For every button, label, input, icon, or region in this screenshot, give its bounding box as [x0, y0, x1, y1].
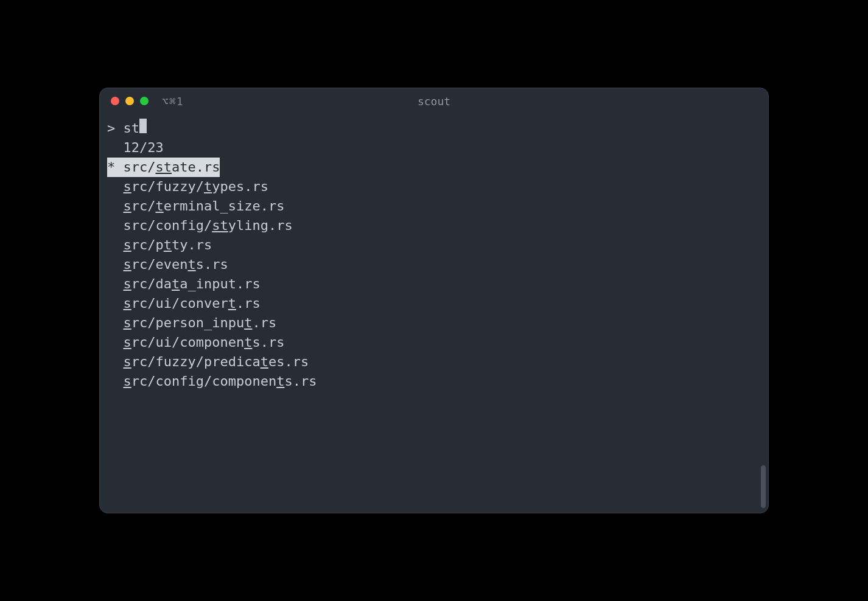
prompt-space [115, 119, 123, 138]
window-shortcut-hint: ⌥⌘1 [162, 95, 184, 108]
window-title: scout [418, 95, 450, 108]
close-button[interactable] [111, 97, 119, 105]
result-text: src/config/styling.rs [123, 216, 292, 235]
search-input[interactable]: st [124, 119, 140, 138]
result-item[interactable]: src/config/styling.rs [100, 216, 768, 235]
result-text: src/ui/convert.rs [123, 294, 260, 313]
result-marker [107, 177, 123, 196]
result-item[interactable]: src/config/components.rs [100, 372, 768, 391]
result-item[interactable]: src/fuzzy/types.rs [100, 177, 768, 196]
result-marker [107, 196, 123, 216]
result-item[interactable]: src/data_input.rs [100, 274, 768, 294]
count-row: 12/23 [100, 138, 768, 158]
result-marker [107, 274, 123, 294]
result-marker [107, 333, 123, 352]
result-marker [107, 294, 123, 313]
result-count: 12/23 [124, 138, 164, 158]
minimize-button[interactable] [125, 97, 134, 105]
result-text: src/terminal_size.rs [123, 196, 284, 216]
result-text: src/fuzzy/predicates.rs [123, 352, 309, 372]
results-list: * src/state.rs src/fuzzy/types.rs src/te… [100, 158, 768, 391]
result-marker [107, 235, 123, 255]
result-item[interactable]: src/fuzzy/predicates.rs [100, 352, 768, 372]
result-text: src/config/components.rs [123, 372, 317, 391]
titlebar: ⌥⌘1 scout [100, 88, 768, 114]
result-text: src/ui/components.rs [123, 333, 284, 352]
terminal-body[interactable]: > st 12/23 * src/state.rs src/fuzzy/type… [100, 114, 768, 513]
result-text: src/fuzzy/types.rs [123, 177, 268, 196]
result-text: src/data_input.rs [123, 274, 260, 294]
result-marker [107, 352, 123, 372]
result-item[interactable]: src/ptty.rs [100, 235, 768, 255]
prompt-symbol: > [107, 119, 115, 138]
result-item[interactable]: src/ui/components.rs [100, 333, 768, 352]
result-marker [107, 216, 123, 235]
result-marker [107, 255, 123, 274]
maximize-button[interactable] [140, 97, 149, 105]
terminal-window: ⌥⌘1 scout > st 12/23 * src/state.rs src/… [99, 88, 769, 513]
count-indent [107, 138, 124, 158]
result-text: src/events.rs [123, 255, 228, 274]
result-item[interactable]: * src/state.rs [100, 158, 768, 177]
result-item[interactable]: src/events.rs [100, 255, 768, 274]
result-text: src/state.rs [123, 158, 220, 177]
result-item[interactable]: src/person_input.rs [100, 313, 768, 333]
prompt-row: > st [100, 119, 768, 138]
result-text: src/person_input.rs [123, 313, 276, 333]
result-marker [107, 372, 123, 391]
result-item[interactable]: src/terminal_size.rs [100, 196, 768, 216]
result-item[interactable]: src/ui/convert.rs [100, 294, 768, 313]
result-text: src/ptty.rs [123, 235, 212, 255]
result-marker [107, 313, 123, 333]
text-cursor [139, 119, 147, 133]
traffic-lights [111, 97, 149, 105]
result-marker: * [107, 158, 123, 177]
scrollbar-thumb[interactable] [761, 465, 766, 508]
